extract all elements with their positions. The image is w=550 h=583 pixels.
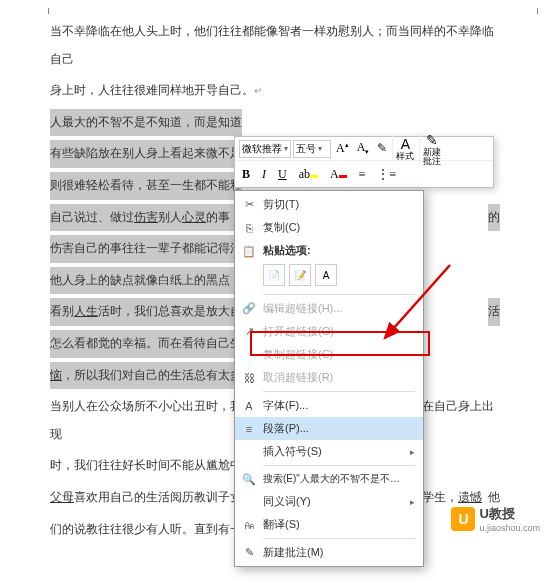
scissors-icon: ✂ — [241, 197, 257, 213]
translate-icon: 🗛 — [241, 517, 257, 533]
menu-remove-hyperlink: ⛓ 取消超链接(R) — [235, 366, 423, 389]
font-color-button[interactable]: A — [327, 166, 350, 183]
selected-text: 他人身上的缺点就像白纸上的黑点，一 — [50, 267, 254, 295]
font-name-selector[interactable]: 微软推荐▾ — [239, 140, 291, 158]
selected-text: 有些缺陷放在别人身上看起来微不足道 — [50, 140, 254, 168]
paragraph-icon: ≡ — [241, 421, 257, 437]
comment-icon: ✎ — [241, 545, 257, 561]
comment-icon: ✎ — [426, 132, 438, 148]
underline-button[interactable]: U — [275, 166, 290, 183]
italic-button[interactable]: I — [259, 166, 269, 183]
context-menu: ✂ 剪切(T) ⎘ 复制(C) 📋 粘贴选项: 📄 📝 A 🔗 编辑超链接(H)… — [234, 190, 424, 567]
paste-keep-formatting[interactable]: 📄 — [263, 264, 285, 286]
font-size-selector[interactable]: 五号▾ — [293, 140, 331, 158]
numbering-button[interactable]: ⋮≡ — [374, 166, 399, 183]
shrink-font-button[interactable]: A▾ — [354, 139, 373, 157]
styles-icon: A — [401, 136, 410, 152]
menu-new-comment[interactable]: ✎ 新建批注(M) — [235, 541, 423, 564]
menu-open-hyperlink: ↗ 打开超链接(O) — [235, 320, 423, 343]
chevron-right-icon: ▸ — [410, 497, 415, 507]
text: 身上时，人往往很难同样地开导自己。 — [50, 84, 254, 96]
menu-cut[interactable]: ✂ 剪切(T) — [235, 193, 423, 216]
menu-font[interactable]: A 字体(F)... — [235, 394, 423, 417]
menu-edit-hyperlink: 🔗 编辑超链接(H)... — [235, 297, 423, 320]
font-icon: A — [241, 398, 257, 414]
paragraph[interactable]: 当不幸降临在他人头上时，他们往往都能像智者一样劝慰别人；而当同样的不幸降临自己 — [50, 18, 500, 73]
format-painter-button[interactable]: ✎ — [374, 140, 390, 157]
selected-text: 伤害自己的事往往一辈子都能记得清清 — [50, 235, 254, 263]
selected-text: 人最大的不智不是不知道，而是知道 — [50, 109, 242, 137]
selected-text: 则很难轻松看待，甚至一生都不能释 — [50, 172, 242, 200]
clipboard-icon: 📋 — [241, 243, 257, 259]
paste-merge-formatting[interactable]: 📝 — [289, 264, 311, 286]
bold-button[interactable]: B — [239, 166, 253, 183]
selected-text: 怎么看都觉的幸福。而在看待自己生 — [50, 330, 242, 358]
highlight-color-button[interactable]: ab — [296, 166, 321, 183]
text: 当不幸降临在他人头上时，他们往往都能像智者一样劝慰别人；而当同样的不幸降临自己 — [50, 25, 494, 65]
bullets-button[interactable]: ≡ — [356, 166, 369, 183]
paste-text-only[interactable]: A — [315, 264, 337, 286]
chevron-right-icon: ▸ — [410, 447, 415, 457]
menu-copy-hyperlink: 复制超链接(C) — [235, 343, 423, 366]
watermark-logo-icon: U — [451, 507, 475, 531]
menu-search[interactable]: 🔍 搜索(E)"人最大的不智不是不知道，而是知..." — [235, 468, 423, 490]
menu-insert-symbol[interactable]: 插入符号(S) ▸ — [235, 440, 423, 463]
paste-options-header: 📋 粘贴选项: — [235, 239, 423, 260]
watermark: U U教授 u.jiaoshou.com — [451, 505, 540, 533]
menu-copy[interactable]: ⎘ 复制(C) — [235, 216, 423, 239]
unlink-icon: ⛓ — [241, 370, 257, 386]
grow-font-button[interactable]: A▴ — [333, 140, 352, 157]
paragraph[interactable]: 身上时，人往往很难同样地开导自己。↵ — [50, 77, 500, 105]
menu-translate[interactable]: 🗛 翻译(S) — [235, 513, 423, 536]
open-link-icon: ↗ — [241, 324, 257, 340]
link-icon: 🔗 — [241, 301, 257, 317]
menu-paragraph[interactable]: ≡ 段落(P)... — [235, 417, 423, 440]
menu-synonyms[interactable]: 同义词(Y) ▸ — [235, 490, 423, 513]
search-icon: 🔍 — [241, 471, 257, 487]
copy-icon: ⎘ — [241, 220, 257, 236]
mini-toolbar: 微软推荐▾ 五号▾ A▴ A▾ ✎ A 样式 ✎ 新建批注 B I U ab A… — [234, 136, 494, 188]
